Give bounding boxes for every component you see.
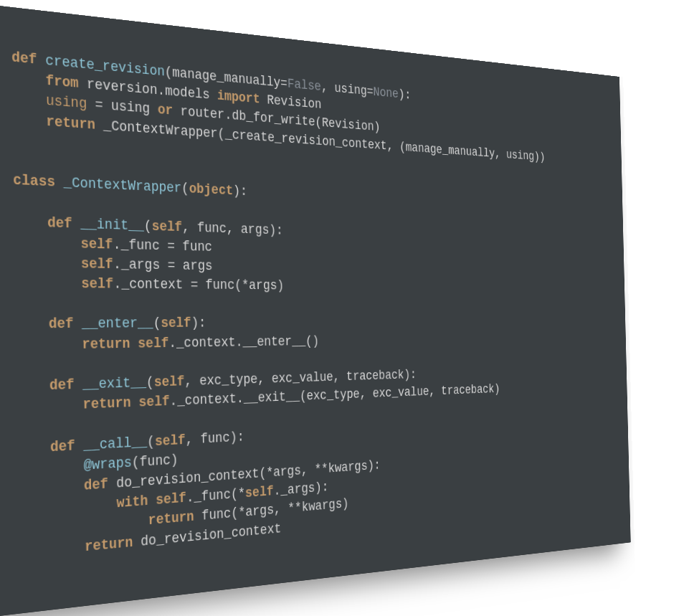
text: = using bbox=[87, 96, 158, 118]
keyword-return: return bbox=[84, 534, 133, 554]
indent bbox=[14, 336, 82, 353]
method-name: __init__ bbox=[80, 215, 143, 233]
space bbox=[74, 376, 82, 393]
keyword-from: from bbox=[45, 72, 78, 91]
indent bbox=[11, 70, 45, 89]
self: self bbox=[161, 316, 191, 331]
import-name: Revision bbox=[260, 92, 321, 112]
keyword-return: return bbox=[46, 113, 95, 132]
comma: , bbox=[320, 80, 334, 95]
const-false: False bbox=[287, 76, 320, 94]
text: ._func = func bbox=[113, 236, 212, 254]
self: self bbox=[138, 393, 169, 409]
class-name: _ContextWrapper bbox=[63, 174, 181, 196]
text: ._args = args bbox=[113, 256, 212, 273]
paren-close: ): bbox=[191, 316, 206, 331]
const-none: None bbox=[373, 85, 399, 101]
keyword-def: def bbox=[49, 437, 75, 455]
keyword-def: def bbox=[48, 316, 73, 332]
text: ._args): bbox=[273, 480, 328, 498]
indent bbox=[15, 377, 49, 394]
keyword-return: return bbox=[148, 509, 194, 529]
self: self bbox=[80, 255, 113, 272]
space bbox=[108, 475, 115, 492]
base-class: object bbox=[189, 181, 233, 198]
indent bbox=[16, 457, 83, 477]
space bbox=[130, 335, 138, 351]
space bbox=[75, 437, 83, 453]
method-name: __call__ bbox=[83, 434, 147, 453]
self: self bbox=[138, 335, 168, 351]
indent bbox=[14, 316, 49, 332]
self: self bbox=[81, 275, 113, 292]
code-panel-3d: def create_revision(manage_manually=Fals… bbox=[0, 2, 630, 616]
paren: ( bbox=[143, 217, 151, 233]
equals: = bbox=[366, 84, 373, 98]
space bbox=[148, 492, 156, 508]
self: self bbox=[154, 432, 185, 449]
keyword-def: def bbox=[11, 49, 37, 67]
indent bbox=[14, 254, 81, 271]
indent bbox=[17, 538, 85, 561]
paren: ( bbox=[153, 316, 161, 331]
paren: ( bbox=[146, 374, 153, 390]
indent bbox=[14, 275, 81, 291]
paren: ( bbox=[146, 433, 154, 449]
code-block: def create_revision(manage_manually=Fals… bbox=[11, 47, 610, 564]
paren: ( bbox=[164, 64, 172, 80]
indent bbox=[16, 478, 84, 498]
params: , func, args): bbox=[181, 219, 282, 237]
keyword-return: return bbox=[82, 336, 130, 352]
params: , func): bbox=[185, 429, 244, 447]
params: (*args, **kwargs): bbox=[259, 458, 381, 480]
keyword-with: with bbox=[116, 493, 148, 511]
text: ._context = func(*args) bbox=[113, 276, 284, 293]
self: self bbox=[151, 218, 182, 234]
paren-close: ): bbox=[398, 87, 411, 102]
self: self bbox=[244, 483, 273, 501]
variable: using bbox=[45, 93, 87, 112]
text: (func) bbox=[131, 452, 178, 470]
space bbox=[73, 316, 82, 331]
self: self bbox=[153, 374, 184, 390]
text: ._func(* bbox=[186, 485, 245, 506]
indent bbox=[16, 438, 50, 456]
text: ._context.__enter__() bbox=[168, 333, 319, 351]
indent bbox=[15, 397, 82, 415]
param: using bbox=[334, 80, 367, 98]
keyword-return: return bbox=[82, 394, 130, 412]
keyword-class: class bbox=[12, 171, 54, 189]
self: self bbox=[155, 490, 186, 508]
paren: ( bbox=[181, 181, 189, 196]
indent bbox=[11, 90, 45, 108]
space bbox=[72, 215, 80, 232]
code-panel: def create_revision(manage_manually=Fals… bbox=[0, 2, 630, 616]
keyword-import: import bbox=[217, 88, 260, 107]
self: self bbox=[80, 235, 113, 252]
indent bbox=[11, 110, 45, 129]
space bbox=[130, 394, 138, 410]
keyword-def: def bbox=[49, 376, 74, 394]
keyword-or: or bbox=[157, 102, 173, 118]
paren-close: ): bbox=[232, 183, 247, 199]
indent bbox=[13, 233, 80, 251]
indent bbox=[13, 213, 47, 230]
keyword-def: def bbox=[83, 475, 108, 493]
indent bbox=[16, 495, 116, 518]
equals: = bbox=[280, 75, 288, 90]
decorator: @wraps bbox=[83, 454, 131, 473]
keyword-def: def bbox=[47, 214, 72, 231]
space bbox=[54, 174, 63, 190]
method-name: __exit__ bbox=[82, 374, 146, 392]
method-name: __enter__ bbox=[81, 316, 153, 332]
